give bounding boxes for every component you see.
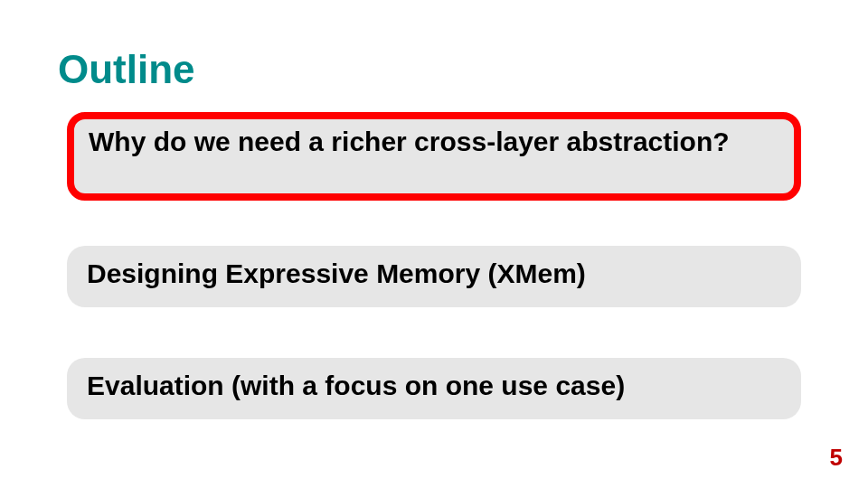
outline-item: Designing Expressive Memory (XMem)	[67, 246, 801, 307]
outline-item-text: Designing Expressive Memory (XMem)	[87, 258, 586, 288]
outline-item-highlighted: Why do we need a richer cross-layer abst…	[67, 112, 801, 201]
outline-item: Evaluation (with a focus on one use case…	[67, 358, 801, 419]
outline-item-text: Evaluation (with a focus on one use case…	[87, 371, 625, 400]
outline-item-text: Why do we need a richer cross-layer abst…	[89, 127, 730, 156]
slide-title: Outline	[58, 47, 195, 92]
page-number: 5	[830, 444, 843, 472]
slide: Outline Why do we need a richer cross-la…	[0, 0, 868, 488]
